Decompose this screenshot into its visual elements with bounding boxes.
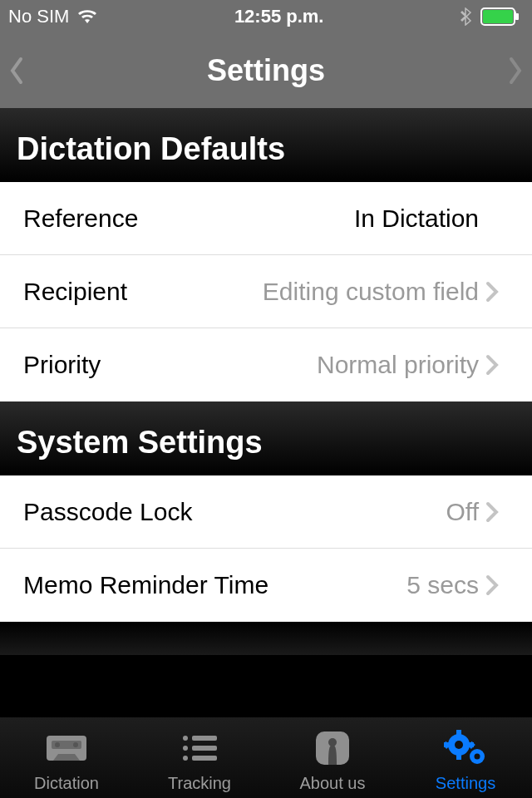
tab-settings[interactable]: Settings bbox=[399, 717, 532, 798]
row-reference[interactable]: Reference In Dictation bbox=[0, 182, 532, 255]
wifi-icon bbox=[77, 9, 97, 24]
row-value: Editing custom field bbox=[263, 278, 479, 306]
nav-forward-button[interactable] bbox=[499, 33, 532, 108]
row-label: Memo Reminder Time bbox=[23, 571, 268, 599]
section-title: System Settings bbox=[17, 425, 515, 461]
tab-label: About us bbox=[300, 774, 366, 793]
svg-rect-12 bbox=[192, 756, 217, 761]
list-dictation: Reference In Dictation Recipient Editing… bbox=[0, 182, 532, 401]
svg-rect-1 bbox=[483, 10, 513, 23]
cassette-icon bbox=[45, 726, 88, 771]
row-passcode-lock[interactable]: Passcode Lock Off bbox=[0, 475, 532, 549]
svg-point-16 bbox=[455, 741, 463, 749]
chevron-right-icon bbox=[485, 354, 514, 376]
row-label: Reference bbox=[23, 204, 138, 233]
svg-rect-8 bbox=[192, 736, 217, 741]
list-system: Passcode Lock Off Memo Reminder Time 5 s… bbox=[0, 475, 532, 622]
section-header-system: System Settings bbox=[0, 401, 532, 475]
row-value: Normal priority bbox=[317, 351, 479, 379]
svg-point-11 bbox=[183, 756, 188, 761]
row-memo-reminder[interactable]: Memo Reminder Time 5 secs bbox=[0, 549, 532, 622]
tab-dictation[interactable]: Dictation bbox=[0, 717, 133, 798]
tab-tracking[interactable]: Tracking bbox=[133, 717, 266, 798]
svg-point-9 bbox=[183, 746, 188, 751]
svg-rect-18 bbox=[456, 754, 461, 760]
status-bar: No SIM 12:55 p.m. bbox=[0, 0, 532, 33]
battery-icon bbox=[480, 7, 524, 26]
gear-icon bbox=[444, 726, 487, 771]
tab-label: Settings bbox=[436, 774, 495, 793]
about-icon bbox=[314, 726, 351, 771]
svg-point-5 bbox=[55, 742, 60, 747]
tab-label: Tracking bbox=[168, 774, 231, 793]
carrier-text: No SIM bbox=[8, 6, 69, 27]
svg-point-7 bbox=[183, 736, 188, 741]
svg-rect-10 bbox=[192, 746, 217, 751]
row-value: 5 secs bbox=[406, 571, 479, 599]
list-icon bbox=[180, 726, 219, 771]
row-value: In Dictation bbox=[354, 204, 479, 233]
nav-header: Settings bbox=[0, 33, 532, 108]
bottom-spacer bbox=[0, 622, 532, 655]
row-value: Off bbox=[446, 498, 479, 526]
content-scroll[interactable]: Dictation Defaults Reference In Dictatio… bbox=[0, 108, 532, 717]
tab-bar: Dictation Tracking About us bbox=[0, 717, 532, 798]
row-label: Priority bbox=[23, 351, 101, 379]
svg-point-6 bbox=[73, 742, 78, 747]
row-label: Recipient bbox=[23, 278, 127, 306]
svg-rect-17 bbox=[456, 730, 461, 736]
nav-back-button[interactable] bbox=[0, 33, 33, 108]
tab-about[interactable]: About us bbox=[266, 717, 399, 798]
tab-label: Dictation bbox=[34, 774, 99, 793]
row-recipient[interactable]: Recipient Editing custom field bbox=[0, 255, 532, 328]
row-label: Passcode Lock bbox=[23, 498, 192, 526]
page-title: Settings bbox=[207, 53, 325, 88]
chevron-right-icon bbox=[485, 574, 514, 596]
section-title: Dictation Defaults bbox=[17, 131, 515, 167]
bluetooth-icon bbox=[461, 7, 472, 26]
section-header-dictation: Dictation Defaults bbox=[0, 108, 532, 182]
row-priority[interactable]: Priority Normal priority bbox=[0, 328, 532, 401]
chevron-right-icon bbox=[485, 501, 514, 523]
clock-text: 12:55 p.m. bbox=[234, 6, 324, 27]
svg-point-24 bbox=[475, 754, 480, 760]
chevron-right-icon bbox=[485, 281, 514, 303]
